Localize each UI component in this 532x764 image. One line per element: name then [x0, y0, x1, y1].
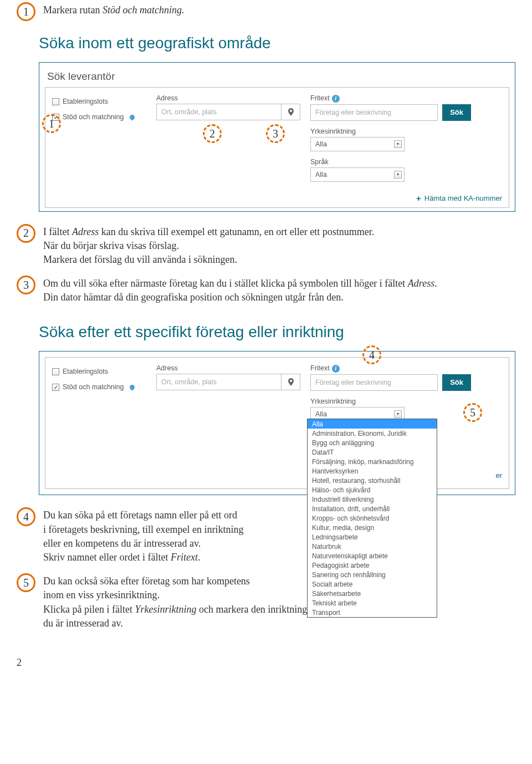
callout-4: 4 — [362, 345, 381, 364]
dd-item[interactable]: Industriell tillverkning — [308, 495, 437, 504]
search-panel-1: Sök leverantör Etableringslots ✓Stöd och… — [39, 62, 515, 212]
info-icon[interactable]: i — [332, 95, 340, 103]
dd-item[interactable]: Socialt arbete — [308, 579, 437, 589]
heading-specific-company: Söka efter ett specifikt företag eller i… — [39, 323, 515, 341]
search-panel-2: Etableringslots ✓Stöd och matchning Adre… — [39, 351, 515, 495]
yrkesinriktning-select[interactable]: Alla▾ — [310, 137, 405, 151]
step4-text: Du kan söka på ett företags namn eller p… — [43, 507, 243, 564]
dd-item[interactable]: Sanering och renhållning — [308, 570, 437, 579]
sprak-select[interactable]: Alla▾ — [310, 167, 405, 182]
chevron-down-icon: ▾ — [394, 410, 402, 418]
checkbox-etableringslots[interactable]: Etableringslots — [52, 98, 146, 105]
step1-text: Markera rutan Stöd och matchning. — [43, 2, 184, 17]
heading-geographic-search: Söka inom ett geografiskt område — [39, 34, 515, 52]
dd-item[interactable]: Naturbruk — [308, 542, 437, 551]
label-yrkesinriktning: Yrkesinriktning — [310, 398, 471, 405]
step5-text: Du kan också söka efter företag som har … — [43, 573, 310, 630]
label-fritext: Fritexti — [310, 364, 471, 373]
callout-1: 1 — [42, 114, 61, 133]
dd-item[interactable]: Kropps- och skönhetsvård — [308, 513, 437, 523]
checkbox-stod-matchning[interactable]: ✓Stöd och matchning — [52, 113, 146, 121]
yrkesinriktning-dropdown[interactable]: Alla Administration, Ekonomi, Juridik By… — [307, 419, 437, 618]
ka-number-link[interactable]: +Hämta med KA-nummer — [416, 193, 502, 203]
teardrop-icon — [129, 114, 136, 121]
checkbox-etableringslots[interactable]: Etableringslots — [52, 368, 146, 375]
search-button[interactable]: Sök — [442, 104, 471, 121]
dd-item[interactable]: Bygg och anläggning — [308, 438, 437, 447]
dd-item[interactable]: Säkerhetsarbete — [308, 589, 437, 598]
dd-item[interactable]: Naturvetenskapligt arbete — [308, 551, 437, 561]
dd-item[interactable]: Data/IT — [308, 447, 437, 457]
info-icon[interactable]: i — [332, 365, 340, 373]
callout-3: 3 — [266, 124, 285, 143]
panel-title: Sök leverantör — [45, 68, 509, 87]
dd-item[interactable]: Försäljning, inköp, marknadsföring — [308, 457, 437, 466]
dd-item[interactable]: Hantverksyrken — [308, 466, 437, 476]
step-marker-3: 3 — [17, 276, 35, 294]
step-marker-1: 1 — [17, 2, 35, 21]
dd-item[interactable]: Alla — [308, 419, 437, 429]
dd-item[interactable]: Hotell, restaurang, storhushåll — [308, 476, 437, 485]
dd-item[interactable]: Tekniskt arbete — [308, 598, 437, 608]
dd-item[interactable]: Hälso- och sjukvård — [308, 485, 437, 495]
dd-item[interactable]: Ledningsarbete — [308, 532, 437, 542]
geolocate-button[interactable] — [282, 104, 300, 120]
dd-item[interactable]: Kultur, media, design — [308, 523, 437, 532]
search-button[interactable]: Sök — [442, 374, 471, 391]
step3-text: Om du vill söka efter närmaste företag k… — [43, 276, 437, 304]
dd-item[interactable]: Administration, Ekonomi, Juridik — [308, 429, 437, 438]
step-marker-5: 5 — [17, 573, 35, 592]
suffix-text: er — [495, 471, 502, 480]
map-pin-icon — [288, 378, 294, 386]
fritext-input[interactable]: Företag eller beskrivning — [310, 374, 438, 391]
fritext-input[interactable]: Företag eller beskrivning — [310, 104, 438, 121]
dd-item[interactable]: Transport — [308, 608, 437, 617]
dd-item[interactable]: Installation, drift, underhåll — [308, 504, 437, 513]
page-number: 2 — [17, 657, 515, 669]
label-yrkesinriktning: Yrkesinriktning — [310, 128, 471, 135]
label-fritext: Fritexti — [310, 94, 471, 103]
step2-text: I fältet Adress kan du skriva till exemp… — [43, 224, 374, 267]
callout-2: 2 — [203, 124, 222, 143]
adress-input[interactable]: Ort, område, plats — [156, 374, 282, 390]
label-adress: Adress — [156, 94, 300, 102]
chevron-down-icon: ▾ — [394, 171, 402, 179]
geolocate-button[interactable] — [282, 374, 300, 390]
step-marker-2: 2 — [17, 224, 35, 243]
teardrop-icon — [129, 384, 136, 391]
adress-input[interactable]: Ort, område, plats — [156, 104, 282, 120]
label-adress: Adress — [156, 364, 300, 372]
chevron-down-icon: ▾ — [394, 140, 402, 148]
step-marker-4: 4 — [17, 507, 35, 526]
map-pin-icon — [288, 108, 294, 116]
dd-item[interactable]: Pedagogiskt arbete — [308, 561, 437, 570]
label-sprak: Språk — [310, 158, 471, 166]
checkbox-stod-matchning[interactable]: ✓Stöd och matchning — [52, 383, 146, 391]
